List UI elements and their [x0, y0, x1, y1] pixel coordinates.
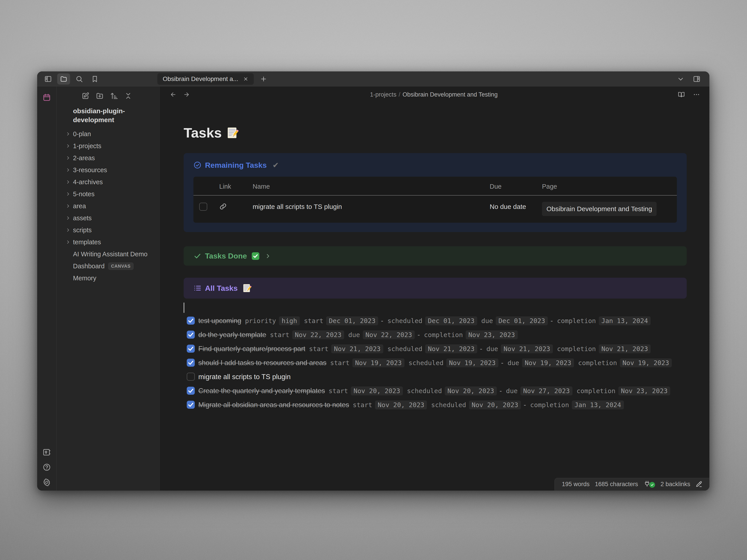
tab-title: Obsibrain Development a...	[163, 75, 238, 83]
green-check-badge	[649, 482, 655, 488]
editor[interactable]: Tasks Remaining Tasks ✔	[160, 103, 710, 490]
sidebar-item-label: 0-plan	[73, 130, 91, 138]
page-link-button[interactable]: Obsibrain Development and Testing	[542, 202, 656, 216]
more-options-icon[interactable]	[693, 91, 700, 98]
new-tab-plus-icon[interactable]	[260, 75, 267, 83]
vault-title[interactable]: obsidian-plugin-development	[56, 102, 160, 126]
task-meta-value: Nov 19, 2023	[620, 358, 672, 367]
breadcrumb-current[interactable]: Obsibrain Development and Testing	[403, 91, 497, 98]
search-icon[interactable]	[73, 74, 86, 84]
vault-switcher-icon[interactable]	[43, 448, 51, 456]
sidebar-item-2-areas[interactable]: 2-areas	[56, 152, 160, 164]
desktop-background: Obsibrain Development a...	[0, 0, 747, 560]
sidebar-item-label: 5-notes	[73, 190, 95, 198]
sidebar-item-dashboard[interactable]: DashboardCANVAS	[56, 260, 160, 272]
tab-bar: Obsibrain Development a...	[37, 72, 710, 86]
breadcrumb-separator: /	[398, 91, 401, 98]
task-checkbox-checked[interactable]	[187, 401, 195, 409]
sidebar-item-0-plan[interactable]: 0-plan	[56, 128, 160, 140]
chevron-right-icon	[66, 155, 73, 161]
new-note-icon[interactable]	[81, 92, 89, 100]
task-item: do the yearly template start Nov 22, 202…	[184, 329, 687, 341]
task-text: migrate all scripts to TS plugin	[198, 373, 291, 381]
all-tasks-callout: All Tasks	[184, 278, 687, 299]
note-header-actions	[678, 91, 700, 98]
tab-close-icon[interactable]	[243, 76, 249, 82]
sidebar-item-area[interactable]: area	[56, 200, 160, 212]
sidebar-item-templates[interactable]: templates	[56, 236, 160, 248]
task-text: Find quarterly capture/process part	[198, 345, 305, 353]
task-text: Migrate all obsidian areas and resources…	[198, 401, 349, 409]
task-item: migrate all scripts to TS plugin	[184, 371, 687, 383]
arrow-left-icon[interactable]	[170, 91, 177, 98]
sidebar-item-5-notes[interactable]: 5-notes	[56, 188, 160, 200]
plugin-status[interactable]	[643, 480, 655, 488]
sidebar-item-scripts[interactable]: scripts	[56, 224, 160, 236]
task-meta-value: Nov 19, 2023	[446, 358, 498, 367]
sidebar-item-4-archives[interactable]: 4-archives	[56, 176, 160, 188]
task-meta-value: Nov 23, 2023	[466, 330, 518, 339]
task-meta-key: due	[508, 359, 519, 367]
sidebar-item-3-resources[interactable]: 3-resources	[56, 164, 160, 176]
gray-checkmark-glyph: ✔	[273, 161, 279, 169]
task-checkbox-checked[interactable]	[187, 345, 195, 353]
task-checkbox-unchecked[interactable]	[187, 373, 195, 381]
task-checkbox-checked[interactable]	[187, 317, 195, 325]
sidebar-item-label: 1-projects	[73, 142, 101, 150]
window-body: obsidian-plugin-development 0-plan1-proj…	[37, 86, 710, 490]
book-open-icon[interactable]	[678, 91, 685, 98]
task-meta-value: Jan 13, 2024	[599, 316, 651, 325]
new-folder-icon[interactable]	[96, 92, 104, 100]
ribbon-bottom-buttons	[43, 448, 51, 486]
remaining-tasks-title-text: Remaining Tasks	[205, 161, 267, 169]
task-meta-value: Jan 13, 2024	[572, 400, 624, 409]
task-checkbox-checked[interactable]	[187, 358, 195, 367]
task-meta-separator: -	[501, 359, 503, 367]
task-checkbox-checked[interactable]	[187, 387, 195, 395]
page-title-text: Tasks	[184, 125, 222, 141]
sidebar-item-label: 4-archives	[73, 179, 103, 186]
task-meta-value: Nov 20, 2023	[351, 386, 403, 395]
backlinks-count[interactable]: 2 backlinks	[661, 481, 690, 488]
sort-order-icon[interactable]	[110, 92, 118, 100]
chevron-right-icon	[66, 179, 73, 185]
task-meta-value: Nov 22, 2023	[292, 330, 344, 339]
settings-gear-icon[interactable]	[43, 478, 51, 486]
arrow-right-icon[interactable]	[183, 91, 190, 98]
sidebar-item-label: scripts	[73, 226, 92, 234]
task-meta-value: Nov 21, 2023	[599, 344, 651, 353]
sidebar-item-memory[interactable]: Memory	[56, 272, 160, 284]
explorer-toolbar	[56, 86, 160, 102]
help-icon[interactable]	[43, 463, 51, 472]
bookmark-icon[interactable]	[88, 74, 101, 84]
sidebar-item-ai-writing-assistant-demo[interactable]: AI Writing Assistant Demo	[56, 248, 160, 260]
memo-emoji	[226, 127, 239, 139]
task-meta-value: Nov 22, 2023	[363, 330, 415, 339]
ribbon	[37, 86, 56, 490]
breadcrumb-parent[interactable]: 1-projects	[370, 91, 396, 98]
panel-right-toggle-icon[interactable]	[693, 75, 700, 83]
pencil-icon[interactable]	[696, 481, 702, 487]
row-checkbox-unchecked[interactable]	[199, 203, 207, 211]
files-folder-icon[interactable]	[57, 74, 70, 84]
task-meta-key: start	[329, 387, 348, 395]
link-icon[interactable]	[219, 202, 253, 212]
calendar-icon[interactable]	[43, 93, 51, 102]
task-meta-value: Nov 21, 2023	[501, 344, 553, 353]
task-meta-key: due	[349, 331, 360, 339]
task-meta-value: Nov 20, 2023	[445, 386, 497, 395]
chevron-down-icon[interactable]	[677, 75, 685, 83]
task-text: Create the quarterly and yearly template…	[198, 387, 325, 395]
sidebar-item-1-projects[interactable]: 1-projects	[56, 140, 160, 152]
tasks-done-callout[interactable]: Tasks Done	[184, 246, 687, 266]
sidebar-item-assets[interactable]: assets	[56, 212, 160, 224]
tab-active[interactable]: Obsibrain Development a...	[157, 73, 254, 85]
task-checkbox-checked[interactable]	[187, 330, 195, 339]
panel-left-toggle-icon[interactable]	[42, 74, 54, 84]
task-meta-key: start	[270, 331, 289, 339]
collapse-all-icon[interactable]	[124, 92, 132, 100]
task-meta-value: Nov 20, 2023	[469, 400, 521, 409]
task-meta-key: completion	[578, 359, 617, 367]
chevron-right-icon	[66, 131, 73, 137]
word-count: 195 words	[562, 481, 590, 488]
